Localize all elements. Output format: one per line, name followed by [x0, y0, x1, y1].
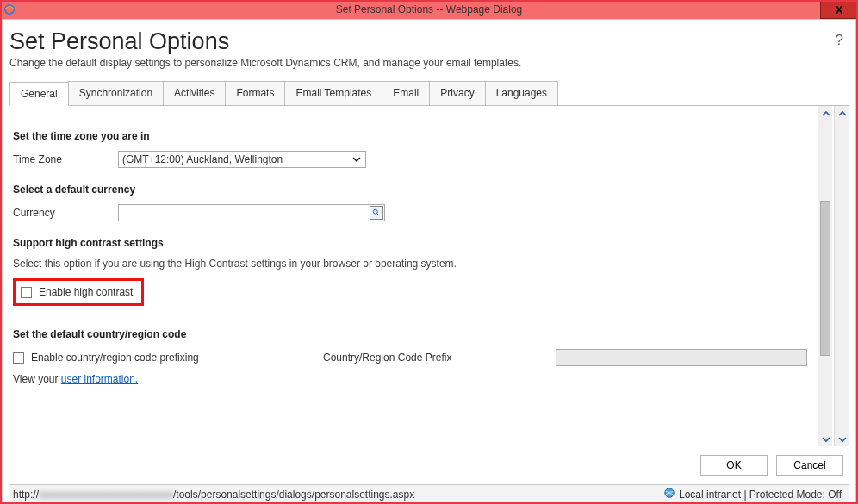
svg-point-1 — [373, 209, 377, 214]
svg-line-2 — [377, 214, 380, 216]
tab-email[interactable]: Email — [382, 81, 430, 105]
timezone-select[interactable]: (GMT+12:00) Auckland, Wellington — [118, 151, 366, 168]
section-region-title: Set the default country/region code — [13, 328, 807, 340]
tab-strip: General Synchronization Activities Forma… — [9, 81, 849, 106]
user-information-line: View your user information. — [13, 373, 807, 385]
timezone-label: Time Zone — [13, 153, 118, 165]
tab-general[interactable]: General — [9, 82, 69, 106]
svg-point-3 — [665, 488, 675, 498]
tab-formats[interactable]: Formats — [225, 81, 285, 105]
contrast-desc: Select this option if you are using the … — [13, 258, 807, 270]
cancel-button[interactable]: Cancel — [776, 455, 843, 476]
section-currency-title: Select a default currency — [13, 184, 807, 196]
tab-privacy[interactable]: Privacy — [429, 81, 485, 105]
ok-button[interactable]: OK — [700, 455, 768, 476]
region-prefix-label: Country/Region Code Prefix — [323, 352, 547, 364]
tab-languages[interactable]: Languages — [485, 81, 558, 105]
inner-scrollbar[interactable] — [818, 106, 832, 446]
close-button[interactable]: X — [820, 0, 858, 19]
user-information-link[interactable]: user information. — [61, 373, 138, 385]
status-bar: http://xxxxxxxxxxxxxxxxxxxxxxxxxx/tools/… — [9, 484, 849, 503]
dialog-body: Set Personal Options Change the default … — [2, 19, 856, 504]
contrast-checkbox-label: Enable high contrast — [39, 286, 133, 298]
help-button[interactable]: ? — [836, 25, 849, 49]
page-title: Set Personal Options — [9, 28, 836, 55]
region-prefix-input[interactable] — [556, 349, 807, 366]
tab-activities[interactable]: Activities — [163, 81, 226, 105]
scroll-up-icon[interactable] — [818, 106, 833, 121]
status-url: http://xxxxxxxxxxxxxxxxxxxxxxxxxx/tools/… — [9, 488, 656, 501]
page-subtitle: Change the default display settings to p… — [9, 57, 836, 69]
scroll-thumb[interactable] — [820, 201, 830, 356]
tab-synchronization[interactable]: Synchronization — [68, 81, 164, 105]
outer-scrollbar[interactable] — [834, 106, 849, 446]
chevron-down-icon — [350, 152, 364, 166]
section-timezone-title: Set the time zone you are in — [13, 130, 807, 142]
globe-icon — [663, 487, 675, 501]
scroll-up-icon[interactable] — [835, 106, 849, 121]
section-contrast-title: Support high contrast settings — [13, 237, 807, 249]
tab-email-templates[interactable]: Email Templates — [284, 81, 382, 105]
currency-label: Currency — [13, 207, 118, 219]
window-title: Set Personal Options -- Webpage Dialog — [0, 3, 858, 16]
region-checkbox[interactable] — [13, 352, 24, 364]
security-zone-label: Local intranet | Protected Mode: Off — [679, 488, 842, 501]
titlebar[interactable]: Set Personal Options -- Webpage Dialog X — [0, 0, 858, 19]
timezone-value: (GMT+12:00) Auckland, Wellington — [122, 153, 283, 165]
highlight-annotation: Enable high contrast — [13, 278, 144, 306]
security-zone: Local intranet | Protected Mode: Off — [656, 485, 849, 503]
contrast-checkbox[interactable] — [21, 287, 32, 298]
scroll-down-icon[interactable] — [835, 432, 849, 446]
redacted-host: xxxxxxxxxxxxxxxxxxxxxxxxxx — [39, 488, 173, 501]
currency-lookup[interactable] — [118, 204, 385, 221]
lookup-icon[interactable] — [370, 206, 383, 220]
region-checkbox-label: Enable country/region code prefixing — [31, 352, 199, 364]
scroll-down-icon[interactable] — [818, 432, 833, 446]
dialog-footer: OK Cancel — [9, 446, 849, 484]
general-panel: Set the time zone you are in Time Zone (… — [9, 106, 814, 446]
